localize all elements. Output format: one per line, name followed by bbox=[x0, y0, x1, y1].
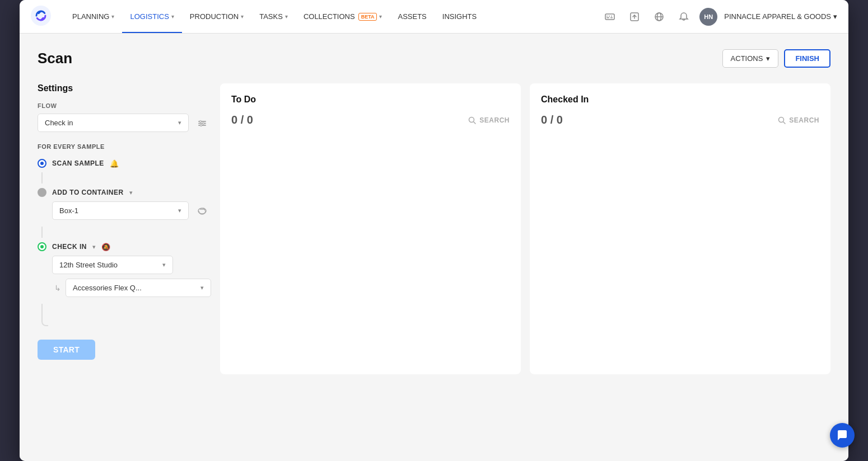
avatar[interactable]: HN bbox=[699, 8, 717, 26]
svg-point-0 bbox=[31, 6, 51, 26]
nav-insights[interactable]: INSIGHTS bbox=[435, 0, 484, 33]
actions-button[interactable]: ACTIONS ▾ bbox=[722, 49, 779, 68]
header-actions: ACTIONS ▾ FINISH bbox=[722, 49, 830, 68]
flow-select[interactable]: Check in ▾ bbox=[38, 114, 189, 132]
svg-point-15 bbox=[200, 124, 202, 126]
nav-tasks[interactable]: TASKS ▾ bbox=[251, 0, 296, 33]
svg-rect-2 bbox=[606, 16, 608, 17]
chevron-down-icon: ▾ bbox=[379, 13, 382, 20]
indent-arrow-icon: ↳ bbox=[54, 284, 61, 293]
chevron-down-icon: ▾ bbox=[833, 12, 837, 21]
svg-rect-4 bbox=[611, 16, 612, 17]
finish-button[interactable]: FINISH bbox=[784, 49, 830, 68]
checked-in-search-button[interactable]: SEARCH bbox=[778, 116, 819, 124]
accessories-select[interactable]: Accessories Flex Q... ▾ bbox=[66, 279, 211, 297]
settings-title: Settings bbox=[38, 83, 211, 93]
svg-point-13 bbox=[200, 120, 202, 122]
globe-icon[interactable] bbox=[650, 8, 668, 26]
page-title: Scan bbox=[38, 50, 72, 67]
connector-1 bbox=[41, 172, 43, 184]
step-container: ADD TO CONTAINER ▾ Box-1 ▾ bbox=[38, 188, 211, 227]
nav-assets[interactable]: ASSETS bbox=[390, 0, 434, 33]
notification-mute-icon[interactable]: 🔕 bbox=[101, 243, 110, 251]
chevron-down-icon: ▾ bbox=[92, 243, 96, 251]
settings-panel: Settings FLOW Check in ▾ bbox=[38, 83, 211, 360]
container-toggle-icon[interactable] bbox=[193, 202, 211, 220]
todo-panel: To Do 0 / 0 SEARCH bbox=[220, 83, 521, 374]
step-dot-checkin bbox=[38, 242, 46, 251]
svg-point-19 bbox=[779, 117, 784, 122]
chevron-down-icon: ▾ bbox=[766, 54, 770, 63]
container-select-row: Box-1 ▾ bbox=[52, 201, 211, 220]
container-select[interactable]: Box-1 ▾ bbox=[52, 201, 189, 220]
flow-settings-icon[interactable] bbox=[193, 114, 211, 132]
svg-rect-3 bbox=[609, 16, 610, 17]
checked-in-panel: Checked In 0 / 0 SEARCH bbox=[530, 83, 830, 374]
chevron-down-icon: ▾ bbox=[178, 119, 181, 126]
step-dot-scan bbox=[38, 159, 46, 168]
checked-in-stats-row: 0 / 0 SEARCH bbox=[541, 114, 819, 126]
export-icon[interactable] bbox=[626, 8, 643, 26]
navbar: PLANNING ▾ LOGISTICS ▾ PRODUCTION ▾ TASK… bbox=[20, 0, 848, 34]
todo-search-button[interactable]: SEARCH bbox=[468, 116, 510, 124]
todo-title: To Do bbox=[231, 95, 510, 105]
step-checkin-header: CHECK IN ▾ 🔕 bbox=[38, 242, 211, 251]
todo-count: 0 / 0 bbox=[231, 114, 253, 126]
bell-icon[interactable] bbox=[675, 8, 693, 26]
checkin-sub-content: 12th Street Studio ▾ ↳ Accessories Flex … bbox=[52, 256, 211, 297]
nav-right: HN PINNACLE APPAREL & GOODS ▾ bbox=[601, 8, 837, 26]
scan-layout: Settings FLOW Check in ▾ bbox=[38, 83, 830, 374]
nav-collections[interactable]: COLLECTIONS BETA ▾ bbox=[296, 0, 390, 33]
chevron-down-icon: ▾ bbox=[129, 189, 133, 196]
svg-rect-1 bbox=[605, 14, 614, 20]
connector-2 bbox=[41, 227, 43, 238]
flow-row: Check in ▾ bbox=[38, 114, 211, 132]
checked-in-title: Checked In bbox=[541, 95, 819, 105]
chevron-down-icon: ▾ bbox=[200, 284, 204, 291]
step-scan-sample: SCAN SAMPLE 🔔 bbox=[38, 159, 211, 172]
step-checkin: CHECK IN ▾ 🔕 12th Street Studio ▾ bbox=[38, 242, 211, 304]
chevron-down-icon: ▾ bbox=[241, 13, 244, 20]
nav-items: PLANNING ▾ LOGISTICS ▾ PRODUCTION ▾ TASK… bbox=[64, 0, 601, 33]
flow-label: FLOW bbox=[38, 102, 211, 109]
logo[interactable] bbox=[31, 6, 64, 28]
indent-row: ↳ Accessories Flex Q... ▾ bbox=[52, 279, 211, 297]
step-label-container: ADD TO CONTAINER bbox=[52, 189, 124, 196]
chevron-down-icon: ▾ bbox=[178, 207, 181, 214]
step-dot-container bbox=[38, 188, 46, 197]
step-label-checkin: CHECK IN bbox=[52, 243, 87, 251]
nav-planning[interactable]: PLANNING ▾ bbox=[64, 0, 122, 33]
step-container-header: ADD TO CONTAINER ▾ bbox=[38, 188, 211, 197]
chat-button[interactable] bbox=[830, 423, 855, 448]
svg-point-14 bbox=[203, 123, 204, 124]
svg-rect-5 bbox=[606, 17, 609, 18]
chevron-down-icon: ▾ bbox=[285, 13, 288, 20]
chevron-down-icon: ▾ bbox=[162, 261, 166, 269]
chevron-down-icon: ▾ bbox=[111, 13, 114, 20]
checked-in-count: 0 / 0 bbox=[541, 114, 563, 126]
for-every-label: FOR EVERY SAMPLE bbox=[38, 143, 211, 150]
studio-select[interactable]: 12th Street Studio ▾ bbox=[52, 256, 173, 274]
keyboard-icon[interactable] bbox=[601, 8, 619, 26]
start-button[interactable]: START bbox=[38, 340, 95, 360]
chevron-down-icon: ▾ bbox=[171, 13, 174, 20]
org-name[interactable]: PINNACLE APPAREL & GOODS ▾ bbox=[724, 12, 837, 21]
nav-logistics[interactable]: LOGISTICS ▾ bbox=[122, 0, 181, 33]
connector-curved bbox=[41, 304, 48, 326]
page-header: Scan ACTIONS ▾ FINISH bbox=[38, 49, 830, 68]
flow-steps: SCAN SAMPLE 🔔 ADD TO CONTAINER ▾ bbox=[38, 159, 211, 328]
bell-icon[interactable]: 🔔 bbox=[110, 159, 119, 168]
main-content: Scan ACTIONS ▾ FINISH Settings FLOW bbox=[20, 34, 848, 461]
todo-stats-row: 0 / 0 SEARCH bbox=[231, 114, 510, 126]
svg-rect-6 bbox=[610, 17, 613, 18]
step-scan-header: SCAN SAMPLE 🔔 bbox=[38, 159, 211, 168]
nav-production[interactable]: PRODUCTION ▾ bbox=[182, 0, 251, 33]
container-sub-content: Box-1 ▾ bbox=[52, 201, 211, 220]
beta-badge: BETA bbox=[358, 13, 377, 21]
svg-point-18 bbox=[469, 117, 474, 122]
step-label-scan: SCAN SAMPLE bbox=[52, 159, 104, 167]
